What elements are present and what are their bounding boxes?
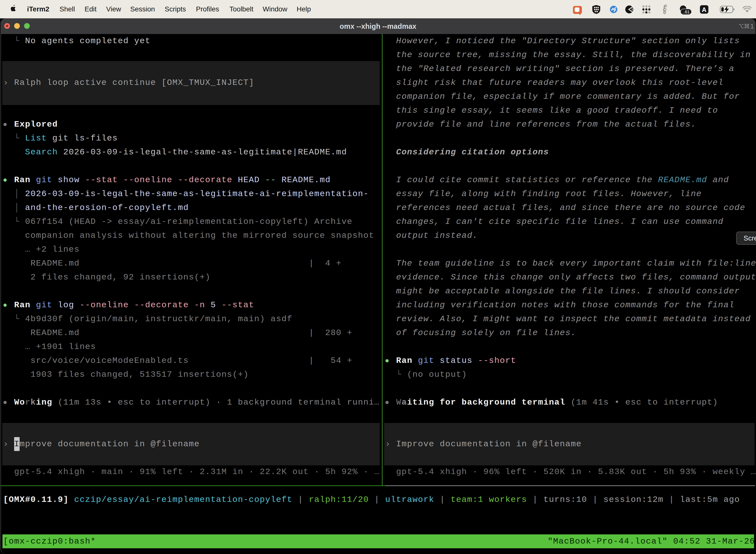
svg-text:..61: ..61 (683, 10, 690, 14)
svg-text:A: A (702, 6, 707, 13)
